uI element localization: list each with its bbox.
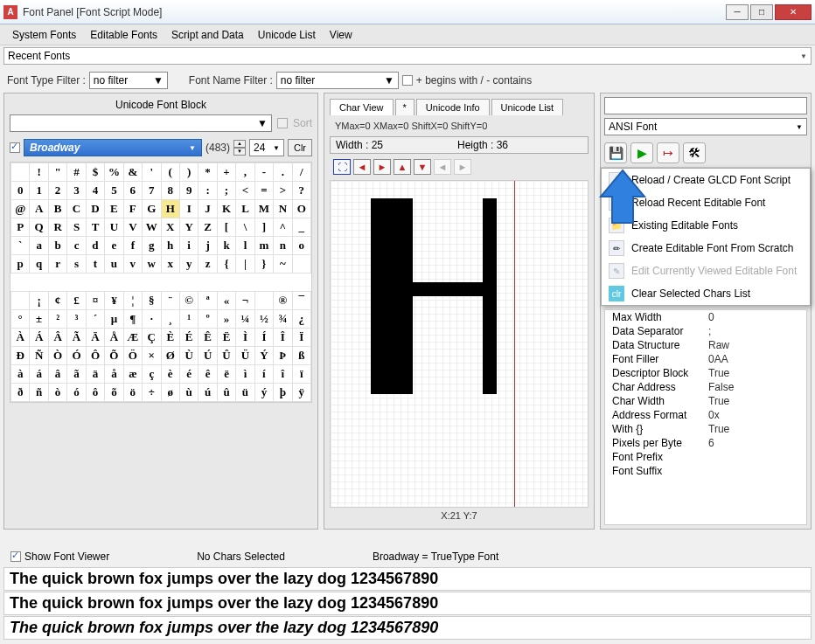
char-cell[interactable]: ~	[274, 255, 292, 274]
char-cell[interactable]: ±	[30, 310, 48, 329]
arrow-down-icon[interactable]: ▼	[414, 159, 431, 175]
char-cell[interactable]: `	[11, 237, 30, 255]
char-cell[interactable]: 5	[105, 182, 123, 200]
char-cell[interactable]: '	[143, 163, 161, 182]
clear-button[interactable]: Clr	[288, 139, 312, 156]
char-cell[interactable]: ?	[292, 182, 310, 200]
char-cell[interactable]: R	[48, 218, 66, 237]
char-cell[interactable]	[143, 274, 161, 292]
prev-icon[interactable]: ◄	[434, 159, 451, 175]
char-cell[interactable]: è	[161, 365, 179, 384]
char-cell[interactable]: Þ	[274, 347, 292, 365]
char-cell[interactable]: ;	[217, 182, 235, 200]
char-cell[interactable]: U	[105, 218, 123, 237]
char-cell[interactable]: ¿	[292, 310, 310, 329]
char-cell[interactable]: ä	[86, 365, 104, 384]
char-cell[interactable]: ô	[86, 384, 104, 402]
char-cell[interactable]: ÷	[143, 384, 161, 402]
char-cell[interactable]: d	[86, 237, 104, 255]
char-cell[interactable]: ¦	[123, 292, 142, 310]
char-cell[interactable]: f	[123, 237, 142, 255]
close-button[interactable]: ✕	[775, 4, 812, 20]
tools-icon[interactable]: 🛠	[683, 142, 706, 163]
char-cell[interactable]: Í	[254, 329, 273, 347]
char-cell[interactable]: j	[199, 237, 217, 255]
char-cell[interactable]: »	[217, 310, 235, 329]
char-cell[interactable]: A	[30, 200, 48, 218]
char-cell[interactable]: õ	[105, 384, 123, 402]
char-cell[interactable]: X	[161, 218, 179, 237]
char-cell[interactable]: Ç	[143, 329, 161, 347]
char-cell[interactable]: û	[217, 384, 235, 402]
char-cell[interactable]: ¤	[86, 292, 104, 310]
char-cell[interactable]: a	[30, 237, 48, 255]
char-cell[interactable]: |	[236, 255, 254, 274]
char-cell[interactable]: Ð	[11, 347, 30, 365]
font-name-filter-combo[interactable]: no filter▼	[276, 72, 399, 89]
char-cell[interactable]: ü	[236, 384, 254, 402]
char-cell[interactable]: V	[123, 218, 142, 237]
char-cell[interactable]	[86, 274, 104, 292]
char-cell[interactable]: ¡	[30, 292, 48, 310]
char-cell[interactable]: ¬	[236, 292, 254, 310]
save-icon[interactable]: 💾	[604, 142, 627, 163]
char-cell[interactable]	[48, 274, 66, 292]
char-cell[interactable]: Â	[48, 329, 66, 347]
menu-script-data[interactable]: Script and Data	[164, 27, 251, 43]
char-cell[interactable]: ·	[143, 310, 161, 329]
char-cell[interactable]: ²	[48, 310, 66, 329]
char-cell[interactable]: I	[179, 200, 198, 218]
char-cell[interactable]: ñ	[30, 384, 48, 402]
char-cell[interactable]: Õ	[105, 347, 123, 365]
char-cell[interactable]: Z	[199, 218, 217, 237]
char-cell[interactable]: 8	[161, 182, 179, 200]
char-cell[interactable]	[179, 274, 198, 292]
char-cell[interactable]: Ü	[236, 347, 254, 365]
char-cell[interactable]: "	[48, 163, 66, 182]
char-cell[interactable]: x	[161, 255, 179, 274]
char-cell[interactable]: à	[11, 365, 30, 384]
char-cell[interactable]: g	[143, 237, 161, 255]
char-cell[interactable]: î	[274, 365, 292, 384]
char-cell[interactable]: P	[11, 218, 30, 237]
char-cell[interactable]: Û	[217, 347, 235, 365]
char-cell[interactable]: w	[143, 255, 161, 274]
char-cell[interactable]: ¨	[161, 292, 179, 310]
char-cell[interactable]: ¹	[179, 310, 198, 329]
char-cell[interactable]: ®	[274, 292, 292, 310]
char-cell[interactable]: =	[254, 182, 273, 200]
char-cell[interactable]: D	[86, 200, 104, 218]
next-icon[interactable]: ►	[454, 159, 471, 175]
char-cell[interactable]: 1	[30, 182, 48, 200]
char-cell[interactable]: ¢	[48, 292, 66, 310]
char-cell[interactable]: Ù	[179, 347, 198, 365]
char-cell[interactable]: Î	[274, 329, 292, 347]
char-cell[interactable]: G	[143, 200, 161, 218]
font-type-filter-combo[interactable]: no filter▼	[89, 72, 168, 89]
char-cell[interactable]: ó	[67, 384, 86, 402]
char-cell[interactable]: N	[274, 200, 292, 218]
char-cell[interactable]	[67, 274, 86, 292]
char-cell[interactable]: {	[217, 255, 235, 274]
char-cell[interactable]: :	[199, 182, 217, 200]
char-cell[interactable]	[274, 274, 292, 292]
spinner[interactable]: ▲▼	[233, 140, 246, 156]
char-grid[interactable]: !"#$%&'()*+,-./0123456789:;<=>?@ABCDEFGH…	[10, 162, 312, 403]
font-enabled-checkbox[interactable]	[10, 142, 20, 153]
char-cell[interactable]: W	[143, 218, 161, 237]
char-cell[interactable]: s	[67, 255, 86, 274]
char-cell[interactable]	[199, 274, 217, 292]
char-cell[interactable]: É	[179, 329, 198, 347]
char-cell[interactable]: c	[67, 237, 86, 255]
char-cell[interactable]: (	[161, 163, 179, 182]
char-cell[interactable]: ½	[254, 310, 273, 329]
char-cell[interactable]: ã	[67, 365, 86, 384]
char-cell[interactable]: Ô	[86, 347, 104, 365]
char-cell[interactable]: µ	[105, 310, 123, 329]
char-cell[interactable]: ×	[143, 347, 161, 365]
char-cell[interactable]: §	[143, 292, 161, 310]
char-cell[interactable]: K	[217, 200, 235, 218]
menu-item[interactable]: ✏Create Editable Font From Scratch	[602, 237, 810, 260]
char-cell[interactable]: Ö	[123, 347, 142, 365]
char-cell[interactable]: /	[292, 163, 310, 182]
